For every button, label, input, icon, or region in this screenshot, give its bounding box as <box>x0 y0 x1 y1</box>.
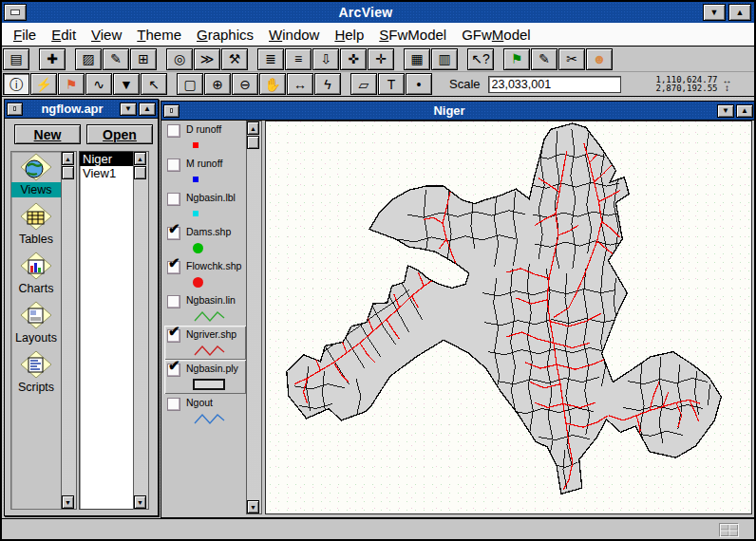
pan-button[interactable]: ✋ <box>259 73 286 95</box>
scrollbar-thumb[interactable] <box>62 166 74 179</box>
menu-item-theme[interactable]: Theme <box>129 25 189 45</box>
edit-legend-button[interactable]: ✎ <box>103 48 129 70</box>
zoom-in-fixed-button[interactable]: ✜ <box>340 48 367 70</box>
sidebar-item-tables[interactable]: Tables <box>11 201 61 247</box>
theme-checkbox[interactable]: ✔ <box>167 227 180 240</box>
build-help-button[interactable]: ⚒ <box>221 48 248 70</box>
sidebar-item-scripts[interactable]: Scripts <box>11 349 61 395</box>
theme-checkbox[interactable] <box>167 159 180 172</box>
scroll-down-button[interactable]: ▼ <box>134 495 146 509</box>
menu-item-edit[interactable]: Edit <box>44 25 84 45</box>
legend-entry-ngout[interactable]: Ngout <box>164 394 246 428</box>
legend-scrollbar[interactable]: ▲ ▼ <box>246 121 262 514</box>
point-tool-button[interactable]: • <box>406 73 432 95</box>
draw-tool-button[interactable]: ✎ <box>531 48 558 70</box>
menu-item-sfwmodel[interactable]: SFwModel <box>371 25 454 45</box>
flag-tool-button[interactable]: ⚑ <box>503 48 530 70</box>
document-view1[interactable]: View1 <box>80 166 133 180</box>
theme-checkbox[interactable] <box>167 398 180 411</box>
main-title-bar[interactable]: ArcView ▼ ▲ <box>2 2 754 24</box>
sidebar-item-charts[interactable]: Charts <box>11 251 61 296</box>
zoom-out-fixed-button[interactable]: ✛ <box>368 48 394 70</box>
save-project-button[interactable]: ▤ <box>3 48 29 70</box>
document-niger[interactable]: Niger <box>80 152 133 166</box>
menu-item-view[interactable]: View <box>84 25 129 45</box>
menu-item-graphics[interactable]: Graphics <box>189 25 261 45</box>
document-list-scrollbar[interactable]: ▲ ▼ <box>133 151 149 510</box>
identify-button[interactable]: ⓘ <box>3 73 29 95</box>
pointer-button[interactable]: ↖ <box>141 73 167 95</box>
open-theme-table-button[interactable]: ⊞ <box>130 48 157 70</box>
slope-button[interactable]: ϟ <box>314 73 341 95</box>
scrollbar-thumb[interactable] <box>134 166 146 179</box>
project-minimize-button[interactable]: ▼ <box>120 103 137 116</box>
add-theme-button[interactable]: ✚ <box>39 48 66 70</box>
legend-entry-flowchk-shp[interactable]: ✔Flowchk.shp <box>164 257 246 291</box>
resize-grip-icon[interactable] <box>718 522 739 537</box>
theme-checkbox[interactable] <box>167 193 180 206</box>
open-button[interactable]: Open <box>86 124 153 144</box>
scroll-down-button[interactable]: ▼ <box>247 500 259 513</box>
legend-entry-ngbasin-lin[interactable]: Ngbasin.lin <box>164 291 246 326</box>
zoom-to-active-themes-button[interactable]: ≡ <box>285 48 312 70</box>
query-builder-button[interactable]: ≫ <box>194 48 220 70</box>
theme-checkbox[interactable]: ✔ <box>167 261 180 274</box>
theme-name: Flowchk.shp <box>186 260 241 271</box>
view-minimize-button[interactable]: ▼ <box>717 104 734 118</box>
area-of-interest-button[interactable]: ▱ <box>350 73 377 95</box>
view-title-bar[interactable]: Niger ▼ ▲ <box>161 102 755 121</box>
tab-strip-scrollbar[interactable]: ▲ ▼ <box>61 151 77 510</box>
legend-entry-d-runoff[interactable]: D runoff <box>164 121 246 155</box>
cut-tool-button[interactable]: ✂ <box>558 48 585 70</box>
maximize-button[interactable]: ▲ <box>728 4 751 21</box>
scale-input[interactable] <box>488 76 621 93</box>
vertex-edit-button[interactable]: ∿ <box>85 73 112 95</box>
flag-marker-button[interactable]: ⚑ <box>58 73 85 95</box>
map-canvas[interactable] <box>265 121 752 514</box>
theme-checkbox[interactable] <box>167 124 180 138</box>
zoom-out-button[interactable]: ⊖ <box>232 73 258 95</box>
theme-checkbox[interactable]: ✔ <box>167 364 180 377</box>
menu-item-help[interactable]: Help <box>327 25 371 45</box>
zoom-to-selected-button[interactable]: ⇩ <box>312 48 339 70</box>
theme-symbol <box>193 274 203 289</box>
help-pointer-button[interactable]: ↖? <box>467 48 494 70</box>
legend-entry-ngbasin-lbl[interactable]: Ngbasin.lbl <box>164 189 246 223</box>
menu-item-gfwmodel[interactable]: GFwModel <box>454 25 539 45</box>
view-maximize-button[interactable]: ▲ <box>736 104 753 118</box>
text-tool-button[interactable]: T <box>378 73 405 95</box>
system-menu-button[interactable] <box>4 4 27 21</box>
media-viewer-button[interactable]: ▥ <box>431 48 458 70</box>
scrollbar-thumb[interactable] <box>247 136 259 149</box>
new-button[interactable]: New <box>14 124 81 144</box>
theme-properties-button[interactable]: ▨ <box>75 48 102 70</box>
scroll-down-button[interactable]: ▼ <box>62 495 74 509</box>
sidebar-item-views[interactable]: Views <box>11 152 61 197</box>
legend-entry-m-runoff[interactable]: M runoff <box>164 155 246 189</box>
hot-link-button[interactable]: ⚡ <box>30 73 57 95</box>
find-button[interactable]: ◎ <box>166 48 193 70</box>
theme-checkbox[interactable] <box>167 295 180 308</box>
sidebar-item-layouts[interactable]: Layouts <box>11 300 61 345</box>
select-box-button[interactable]: ▢ <box>177 73 203 95</box>
model-face-button[interactable]: ☻ <box>586 48 613 70</box>
project-title-bar[interactable]: ngflow.apr ▼ ▲ <box>5 100 158 119</box>
select-feature-button[interactable]: ▼ <box>113 73 140 95</box>
legend-entry-ngriver-shp[interactable]: ✔Ngriver.shp <box>164 326 246 360</box>
legend-entry-ngbasin-ply[interactable]: ✔Ngbasin.ply <box>164 360 246 394</box>
scroll-up-button[interactable]: ▲ <box>62 152 74 165</box>
scroll-up-button[interactable]: ▲ <box>134 152 146 165</box>
minimize-button[interactable]: ▼ <box>703 4 726 21</box>
measure-button[interactable]: ↔ <box>287 73 313 95</box>
scroll-up-button[interactable]: ▲ <box>247 121 259 135</box>
view-system-menu-button[interactable] <box>163 104 180 118</box>
zoom-to-full-extent-button[interactable]: ≣ <box>257 48 284 70</box>
menu-item-window[interactable]: Window <box>261 25 327 45</box>
menu-item-file[interactable]: File <box>6 25 44 45</box>
project-maximize-button[interactable]: ▲ <box>139 103 156 116</box>
theme-checkbox[interactable]: ✔ <box>167 329 180 343</box>
zoom-in-button[interactable]: ⊕ <box>204 73 231 95</box>
legend-entry-dams-shp[interactable]: ✔Dams.shp <box>164 223 246 257</box>
project-system-menu-button[interactable] <box>7 103 23 116</box>
select-features-button[interactable]: ▦ <box>404 48 430 70</box>
